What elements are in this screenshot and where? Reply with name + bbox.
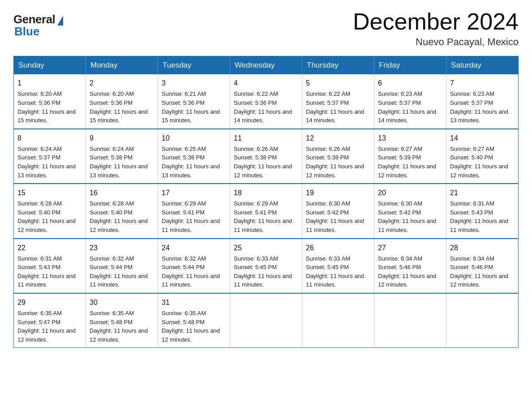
day-info: Sunrise: 6:35 AMSunset: 5:47 PMDaylight:… (17, 310, 76, 343)
day-number: 8 (17, 133, 82, 143)
calendar-cell: 10 Sunrise: 6:25 AMSunset: 5:38 PMDaylig… (158, 129, 230, 184)
day-number: 24 (162, 243, 226, 253)
calendar-header-monday: Monday (86, 56, 158, 75)
day-info: Sunrise: 6:20 AMSunset: 5:36 PMDaylight:… (90, 90, 148, 124)
calendar-week-row: 8 Sunrise: 6:24 AMSunset: 5:37 PMDayligh… (14, 129, 519, 184)
day-number: 10 (162, 133, 226, 143)
day-info: Sunrise: 6:20 AMSunset: 5:36 PMDaylight:… (17, 90, 76, 124)
day-number: 27 (378, 243, 442, 253)
month-title: December 2024 (353, 9, 519, 34)
day-info: Sunrise: 6:33 AMSunset: 5:45 PMDaylight:… (234, 255, 292, 288)
day-number: 20 (378, 188, 442, 198)
day-info: Sunrise: 6:31 AMSunset: 5:43 PMDaylight:… (17, 255, 76, 288)
calendar-cell (302, 293, 374, 348)
day-info: Sunrise: 6:22 AMSunset: 5:36 PMDaylight:… (234, 90, 292, 124)
day-number: 15 (17, 188, 82, 198)
day-info: Sunrise: 6:22 AMSunset: 5:37 PMDaylight:… (306, 90, 364, 124)
calendar-cell: 15 Sunrise: 6:28 AMSunset: 5:40 PMDaylig… (14, 184, 86, 238)
day-info: Sunrise: 6:27 AMSunset: 5:40 PMDaylight:… (450, 146, 508, 179)
day-number: 12 (306, 133, 370, 143)
calendar-week-row: 1 Sunrise: 6:20 AMSunset: 5:36 PMDayligh… (14, 74, 519, 128)
day-info: Sunrise: 6:29 AMSunset: 5:41 PMDaylight:… (162, 200, 220, 233)
calendar-cell: 25 Sunrise: 6:33 AMSunset: 5:45 PMDaylig… (230, 239, 302, 293)
day-number: 22 (17, 243, 82, 253)
calendar-cell: 23 Sunrise: 6:32 AMSunset: 5:44 PMDaylig… (86, 239, 158, 293)
calendar-cell: 20 Sunrise: 6:30 AMSunset: 5:42 PMDaylig… (374, 184, 446, 238)
day-info: Sunrise: 6:24 AMSunset: 5:37 PMDaylight:… (17, 146, 76, 179)
day-number: 25 (234, 243, 298, 253)
day-info: Sunrise: 6:30 AMSunset: 5:42 PMDaylight:… (306, 200, 364, 233)
calendar-cell (374, 293, 446, 348)
calendar-cell: 31 Sunrise: 6:35 AMSunset: 5:48 PMDaylig… (158, 293, 230, 348)
day-number: 23 (90, 243, 154, 253)
day-info: Sunrise: 6:23 AMSunset: 5:37 PMDaylight:… (450, 90, 508, 124)
day-number: 29 (17, 297, 82, 308)
day-number: 18 (234, 188, 298, 198)
calendar-cell: 22 Sunrise: 6:31 AMSunset: 5:43 PMDaylig… (14, 239, 86, 293)
day-info: Sunrise: 6:27 AMSunset: 5:39 PMDaylight:… (378, 146, 436, 179)
calendar-header-sunday: Sunday (14, 56, 86, 75)
day-number: 7 (450, 78, 515, 88)
calendar-cell: 13 Sunrise: 6:27 AMSunset: 5:39 PMDaylig… (374, 129, 446, 184)
calendar-cell: 18 Sunrise: 6:29 AMSunset: 5:41 PMDaylig… (230, 184, 302, 238)
day-number: 3 (162, 78, 226, 88)
day-number: 16 (90, 188, 154, 198)
logo-triangle-icon (57, 16, 63, 26)
calendar-week-row: 22 Sunrise: 6:31 AMSunset: 5:43 PMDaylig… (14, 239, 519, 293)
day-info: Sunrise: 6:34 AMSunset: 5:46 PMDaylight:… (450, 255, 508, 288)
day-info: Sunrise: 6:25 AMSunset: 5:38 PMDaylight:… (162, 146, 220, 179)
calendar-cell: 11 Sunrise: 6:26 AMSunset: 5:38 PMDaylig… (230, 129, 302, 184)
calendar-cell: 21 Sunrise: 6:31 AMSunset: 5:43 PMDaylig… (446, 184, 519, 238)
day-info: Sunrise: 6:26 AMSunset: 5:39 PMDaylight:… (306, 146, 364, 179)
calendar-cell: 12 Sunrise: 6:26 AMSunset: 5:39 PMDaylig… (302, 129, 374, 184)
calendar-cell: 5 Sunrise: 6:22 AMSunset: 5:37 PMDayligh… (302, 74, 374, 128)
page-header: General Blue December 2024 Nuevo Pacayal… (13, 9, 519, 48)
calendar-cell: 29 Sunrise: 6:35 AMSunset: 5:47 PMDaylig… (14, 293, 86, 348)
day-info: Sunrise: 6:29 AMSunset: 5:41 PMDaylight:… (234, 200, 292, 233)
day-info: Sunrise: 6:24 AMSunset: 5:38 PMDaylight:… (90, 146, 148, 179)
calendar-cell: 24 Sunrise: 6:32 AMSunset: 5:44 PMDaylig… (158, 239, 230, 293)
day-info: Sunrise: 6:21 AMSunset: 5:36 PMDaylight:… (162, 90, 220, 124)
day-info: Sunrise: 6:33 AMSunset: 5:45 PMDaylight:… (306, 255, 364, 288)
day-number: 6 (378, 78, 442, 88)
calendar-cell: 7 Sunrise: 6:23 AMSunset: 5:37 PMDayligh… (446, 74, 519, 128)
calendar-cell: 3 Sunrise: 6:21 AMSunset: 5:36 PMDayligh… (158, 74, 230, 128)
day-number: 13 (378, 133, 442, 143)
day-number: 11 (234, 133, 298, 143)
day-info: Sunrise: 6:23 AMSunset: 5:37 PMDaylight:… (378, 90, 436, 124)
day-info: Sunrise: 6:28 AMSunset: 5:40 PMDaylight:… (17, 200, 76, 233)
calendar-header-thursday: Thursday (302, 56, 374, 75)
day-number: 19 (306, 188, 370, 198)
calendar-cell (446, 293, 519, 348)
day-number: 2 (90, 78, 154, 88)
day-number: 4 (234, 78, 298, 88)
calendar-header-wednesday: Wednesday (230, 56, 302, 75)
calendar-cell: 14 Sunrise: 6:27 AMSunset: 5:40 PMDaylig… (446, 129, 519, 184)
day-number: 5 (306, 78, 370, 88)
calendar-cell (230, 293, 302, 348)
day-number: 26 (306, 243, 370, 253)
day-number: 9 (90, 133, 154, 143)
day-info: Sunrise: 6:34 AMSunset: 5:46 PMDaylight:… (378, 255, 436, 288)
day-number: 17 (162, 188, 226, 198)
calendar-table: SundayMondayTuesdayWednesdayThursdayFrid… (13, 56, 519, 348)
calendar-header-tuesday: Tuesday (158, 56, 230, 75)
day-number: 28 (450, 243, 515, 253)
calendar-cell: 6 Sunrise: 6:23 AMSunset: 5:37 PMDayligh… (374, 74, 446, 128)
calendar-cell: 9 Sunrise: 6:24 AMSunset: 5:38 PMDayligh… (86, 129, 158, 184)
day-number: 1 (17, 78, 82, 88)
calendar-cell: 19 Sunrise: 6:30 AMSunset: 5:42 PMDaylig… (302, 184, 374, 238)
logo: General Blue (13, 13, 63, 39)
day-number: 21 (450, 188, 515, 198)
day-info: Sunrise: 6:35 AMSunset: 5:48 PMDaylight:… (162, 310, 220, 343)
calendar-cell: 2 Sunrise: 6:20 AMSunset: 5:36 PMDayligh… (86, 74, 158, 128)
day-info: Sunrise: 6:26 AMSunset: 5:38 PMDaylight:… (234, 146, 292, 179)
day-number: 30 (90, 297, 154, 308)
calendar-cell: 1 Sunrise: 6:20 AMSunset: 5:36 PMDayligh… (14, 74, 86, 128)
location: Nuevo Pacayal, Mexico (353, 36, 519, 48)
day-info: Sunrise: 6:32 AMSunset: 5:44 PMDaylight:… (162, 255, 220, 288)
day-info: Sunrise: 6:35 AMSunset: 5:48 PMDaylight:… (90, 310, 148, 343)
calendar-cell: 16 Sunrise: 6:28 AMSunset: 5:40 PMDaylig… (86, 184, 158, 238)
day-number: 31 (162, 297, 226, 308)
day-info: Sunrise: 6:28 AMSunset: 5:40 PMDaylight:… (90, 200, 148, 233)
